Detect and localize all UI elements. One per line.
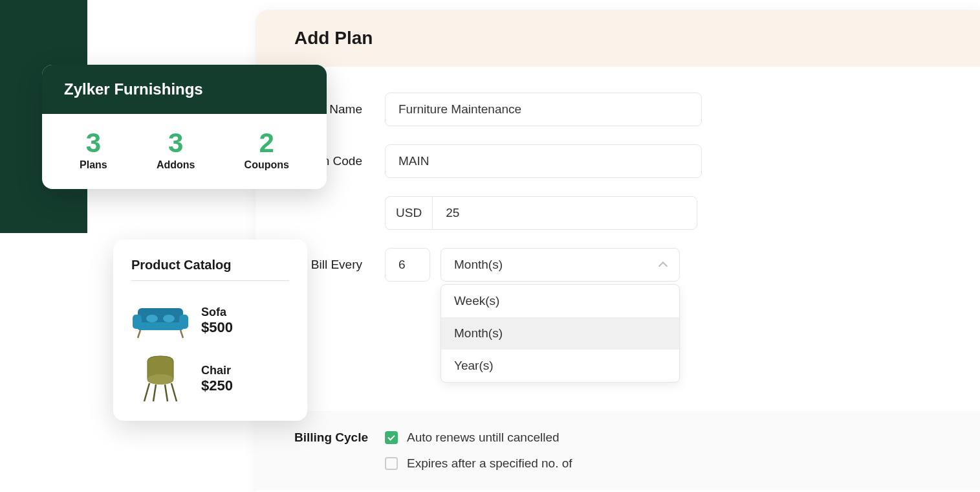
check-icon [387, 433, 395, 440]
svg-line-12 [165, 385, 168, 401]
chair-name: Chair [201, 364, 233, 377]
form-header: Add Plan [256, 10, 980, 67]
plan-code-input[interactable]: MAIN [385, 144, 702, 178]
svg-point-4 [146, 315, 158, 322]
chair-icon [131, 356, 190, 401]
auto-renew-label: Auto renews untill cancelled [407, 430, 560, 445]
billing-cycle-label: Billing Cycle [294, 430, 385, 445]
auto-renew-checkbox[interactable] [385, 431, 398, 444]
svg-line-7 [180, 330, 183, 338]
period-select[interactable]: Month(s) [441, 248, 680, 282]
expires-checkbox[interactable] [385, 457, 398, 470]
expires-option: Expires after a specified no. of [385, 456, 572, 471]
svg-line-6 [138, 330, 140, 338]
stat-coupons: 2 Coupons [245, 129, 289, 171]
billing-cycle-options: Auto renews untill cancelled Expires aft… [385, 430, 572, 471]
auto-renew-option: Auto renews untill cancelled [385, 430, 572, 445]
billing-cycle-section: Billing Cycle Auto renews untill cancell… [256, 411, 980, 490]
sofa-info: Sofa $500 [201, 306, 233, 336]
summary-header: Zylker Furnishings [42, 65, 327, 114]
add-plan-panel: Add Plan n Name Furniture Maintenance n … [256, 10, 980, 492]
sofa-icon [131, 298, 190, 343]
summary-card: Zylker Furnishings 3 Plans 3 Addons 2 Co… [42, 65, 327, 189]
svg-point-5 [163, 315, 175, 322]
stat-plans-label: Plans [80, 159, 107, 171]
currency-group: USD 25 [385, 196, 697, 230]
chair-price: $250 [201, 377, 233, 394]
svg-rect-3 [138, 322, 183, 330]
plan-code-row: n Code MAIN [294, 144, 941, 178]
sofa-price: $500 [201, 319, 233, 336]
stat-addons-number: 3 [157, 129, 195, 157]
catalog-item-chair: Chair $250 [131, 350, 289, 408]
currency-prefix: USD [385, 196, 432, 230]
summary-title: Zylker Furnishings [64, 80, 305, 98]
chevron-up-icon [659, 261, 668, 270]
svg-line-11 [153, 385, 156, 401]
bill-every-group: 6 Month(s) Week(s) Month(s) Year(s) [385, 248, 680, 282]
stat-plans-number: 3 [80, 129, 107, 157]
period-select-wrapper: Month(s) Week(s) Month(s) Year(s) [441, 248, 680, 282]
price-row: USD 25 [294, 196, 941, 230]
stat-coupons-label: Coupons [245, 159, 289, 171]
period-option-months[interactable]: Month(s) [441, 317, 679, 350]
chair-info: Chair $250 [201, 364, 233, 394]
svg-point-8 [147, 374, 173, 385]
bill-every-input[interactable]: 6 [385, 248, 430, 282]
form-title: Add Plan [294, 28, 941, 49]
period-option-years[interactable]: Year(s) [441, 350, 679, 382]
stat-addons: 3 Addons [157, 129, 195, 171]
form-body: n Name Furniture Maintenance n Code MAIN… [256, 67, 980, 492]
bill-every-label: Bill Every [294, 258, 385, 272]
catalog-item-sofa: Sofa $500 [131, 291, 289, 350]
stat-addons-label: Addons [157, 159, 195, 171]
stat-coupons-number: 2 [245, 129, 289, 157]
bill-every-row: Bill Every 6 Month(s) Week(s) Month(s) Y… [294, 248, 941, 282]
summary-stats: 3 Plans 3 Addons 2 Coupons [42, 114, 327, 189]
stat-plans: 3 Plans [80, 129, 107, 171]
period-dropdown: Week(s) Month(s) Year(s) [441, 284, 680, 383]
period-select-value: Month(s) [454, 258, 503, 272]
period-option-weeks[interactable]: Week(s) [441, 285, 679, 317]
catalog-card: Product Catalog Sofa $500 [113, 240, 307, 421]
plan-name-row: n Name Furniture Maintenance [294, 93, 941, 126]
plan-name-input[interactable]: Furniture Maintenance [385, 93, 702, 126]
expires-label: Expires after a specified no. of [407, 456, 572, 471]
sofa-name: Sofa [201, 306, 233, 319]
price-input[interactable]: 25 [432, 196, 697, 230]
svg-line-10 [171, 383, 177, 401]
svg-line-9 [144, 383, 149, 401]
catalog-title: Product Catalog [131, 258, 289, 281]
